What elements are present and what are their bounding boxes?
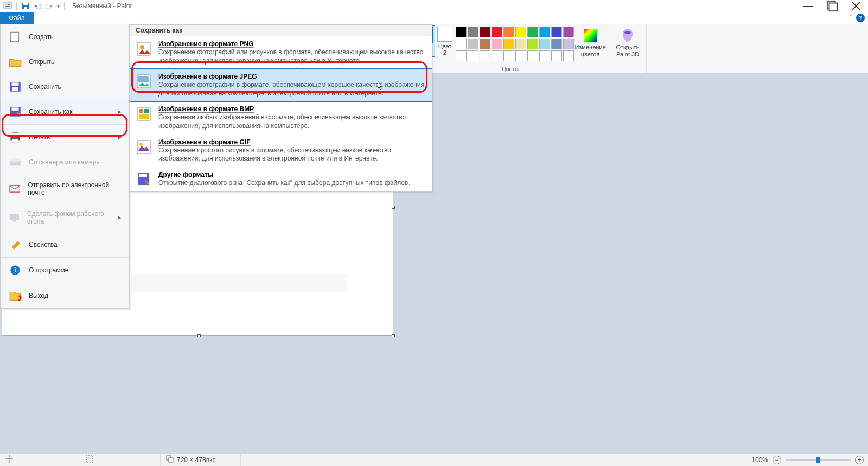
color-swatch[interactable] bbox=[539, 39, 550, 49]
color-palette[interactable] bbox=[455, 25, 575, 62]
submenu-arrow-icon: ▶ bbox=[118, 135, 122, 140]
menu-properties[interactable]: Свойства bbox=[1, 232, 129, 257]
color-swatch[interactable] bbox=[468, 50, 478, 61]
color-swatch[interactable] bbox=[515, 39, 526, 49]
submenu-arrow-icon: ▶ bbox=[118, 109, 122, 114]
color-swatch[interactable] bbox=[456, 27, 467, 37]
color-swatch[interactable] bbox=[503, 50, 514, 61]
menu-exit[interactable]: Выход bbox=[1, 283, 129, 308]
resize-handle-bottom[interactable] bbox=[197, 334, 201, 337]
status-filesize bbox=[241, 454, 747, 466]
svg-rect-21 bbox=[10, 161, 21, 166]
color-swatch[interactable] bbox=[492, 27, 502, 37]
svg-rect-20 bbox=[12, 139, 18, 142]
save-icon[interactable] bbox=[21, 2, 30, 10]
email-icon bbox=[8, 183, 21, 195]
zoom-in-button[interactable]: + bbox=[855, 456, 864, 464]
svg-rect-9 bbox=[829, 3, 838, 11]
color-swatch[interactable] bbox=[456, 50, 467, 61]
submenu-title: Сохранить как bbox=[130, 25, 432, 36]
save-as-other[interactable]: Другие форматыОткрытие диалогового окна … bbox=[130, 167, 432, 191]
edit-colors-icon bbox=[582, 27, 599, 44]
maximize-button[interactable] bbox=[820, 0, 844, 12]
color-swatch[interactable] bbox=[492, 39, 502, 49]
color-swatch[interactable] bbox=[468, 27, 478, 37]
paint3d-group: Открыть Paint 3D bbox=[609, 24, 647, 73]
save-as-gif[interactable]: Изображение в формате GIFСохранение прос… bbox=[130, 135, 432, 167]
svg-rect-5 bbox=[23, 3, 28, 5]
color-swatch[interactable] bbox=[456, 39, 467, 49]
color-swatch[interactable] bbox=[480, 39, 490, 49]
color-swatch[interactable] bbox=[527, 50, 538, 61]
color-swatch[interactable] bbox=[527, 27, 538, 37]
color-swatch[interactable] bbox=[468, 39, 478, 49]
menu-create[interactable]: Создать bbox=[1, 24, 129, 49]
help-icon[interactable]: ? bbox=[856, 14, 865, 22]
edit-colors-button[interactable]: Изменение цветов bbox=[575, 25, 605, 58]
save-as-bmp[interactable]: Изображение в формате BMPСохранение любы… bbox=[130, 101, 432, 134]
svg-rect-15 bbox=[12, 87, 18, 91]
ribbon-collapse-icon[interactable]: ˇ bbox=[850, 15, 852, 21]
open-paint3d-button[interactable]: Открыть Paint 3D bbox=[612, 25, 643, 58]
undo-icon[interactable] bbox=[33, 2, 42, 10]
svg-rect-17 bbox=[12, 107, 19, 110]
svg-rect-12 bbox=[10, 32, 18, 41]
file-menu: Создать Открыть Сохранить Сохранить как▶… bbox=[0, 24, 130, 309]
color-swatch[interactable] bbox=[539, 50, 550, 61]
svg-rect-40 bbox=[86, 456, 93, 462]
qat-dropdown-icon[interactable]: ▾ bbox=[57, 3, 60, 9]
redo-icon[interactable] bbox=[45, 2, 54, 10]
color-swatch[interactable] bbox=[551, 39, 562, 49]
zoom-slider[interactable] bbox=[786, 459, 851, 461]
menu-save[interactable]: Сохранить bbox=[1, 74, 129, 99]
file-tab[interactable]: Файл bbox=[0, 12, 34, 24]
svg-rect-39 bbox=[139, 174, 147, 177]
svg-point-11 bbox=[624, 31, 631, 34]
svg-rect-14 bbox=[12, 82, 19, 85]
menu-save-as[interactable]: Сохранить как▶ bbox=[1, 99, 129, 124]
jpeg-icon bbox=[136, 73, 152, 90]
color-swatch[interactable] bbox=[492, 50, 502, 61]
gif-icon bbox=[136, 139, 152, 155]
ribbon-tabs: Файл ˇ ? bbox=[0, 12, 868, 24]
app-icon bbox=[3, 2, 12, 10]
menu-email[interactable]: Отправить по электронной почте bbox=[1, 175, 129, 203]
save-as-jpeg[interactable]: Изображение в формате JPEGСохранение фот… bbox=[130, 68, 432, 102]
other-formats-icon bbox=[136, 171, 152, 188]
close-button[interactable] bbox=[844, 0, 868, 12]
color-swatch[interactable] bbox=[503, 39, 514, 49]
menu-print[interactable]: Печать▶ bbox=[1, 125, 129, 150]
resize-handle-right[interactable] bbox=[392, 206, 395, 209]
minimize-button[interactable] bbox=[796, 0, 820, 12]
save-as-png[interactable]: Изображение в формате PNGСохранение фото… bbox=[130, 36, 432, 69]
svg-rect-34 bbox=[144, 109, 149, 113]
svg-rect-1 bbox=[5, 4, 7, 5]
save-as-submenu: Сохранить как Изображение в формате PNGС… bbox=[130, 24, 432, 192]
window-title: Безымянный - Paint bbox=[72, 2, 132, 10]
color-swatch[interactable] bbox=[480, 27, 490, 37]
resize-handle-corner[interactable] bbox=[392, 334, 395, 337]
color-swatch[interactable] bbox=[480, 50, 490, 61]
menu-scanner: Со сканера или камеры bbox=[1, 150, 129, 175]
color-swatch[interactable] bbox=[527, 39, 538, 49]
color2-button[interactable]: Цвет 2 bbox=[435, 25, 455, 56]
color-swatch[interactable] bbox=[551, 50, 562, 61]
color-swatch[interactable] bbox=[515, 27, 526, 37]
color-swatch[interactable] bbox=[515, 50, 526, 61]
color-swatch[interactable] bbox=[503, 27, 514, 37]
zoom-out-button[interactable]: − bbox=[773, 456, 781, 464]
svg-rect-22 bbox=[11, 159, 19, 162]
menu-about[interactable]: iО программе bbox=[1, 258, 129, 283]
zoom-slider-thumb[interactable] bbox=[816, 457, 820, 463]
svg-rect-42 bbox=[169, 458, 173, 462]
menu-open[interactable]: Открыть bbox=[1, 49, 129, 74]
color-swatch[interactable] bbox=[563, 27, 574, 37]
color-swatch[interactable] bbox=[563, 50, 574, 61]
zoom-level: 100% bbox=[751, 456, 768, 464]
color-swatch[interactable] bbox=[563, 39, 574, 49]
color-swatch[interactable] bbox=[539, 27, 550, 37]
print-icon bbox=[8, 131, 22, 143]
svg-rect-24 bbox=[10, 214, 19, 220]
bmp-icon bbox=[136, 106, 152, 122]
color-swatch[interactable] bbox=[551, 27, 562, 37]
